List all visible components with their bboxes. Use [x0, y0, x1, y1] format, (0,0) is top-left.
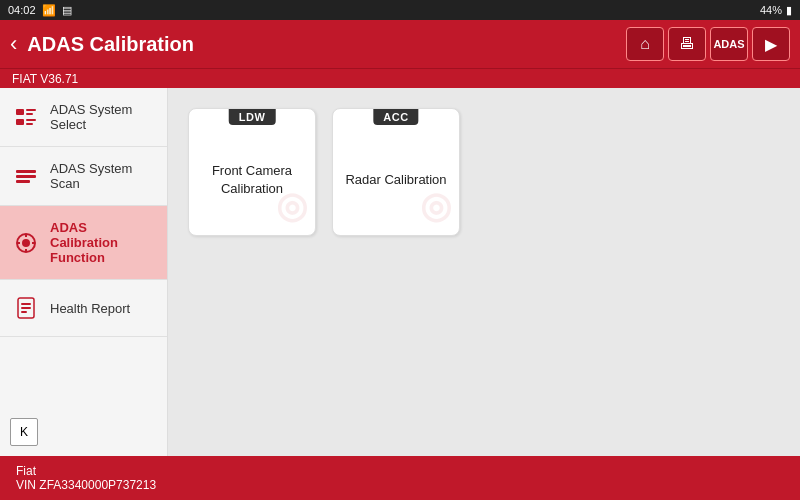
radar-watermark: ◎	[420, 185, 451, 227]
svg-rect-16	[21, 303, 31, 305]
signal-icon: ▤	[62, 4, 72, 17]
svg-rect-18	[21, 311, 27, 313]
svg-rect-8	[16, 180, 30, 183]
status-left: 04:02 📶 ▤	[8, 4, 72, 17]
bottom-bar: Fiat VIN ZFA3340000P737213	[0, 456, 800, 500]
home-button[interactable]: ⌂	[626, 27, 664, 61]
header-icons: ⌂ 🖶 ADAS ▶	[626, 27, 790, 61]
version-label: FIAT V36.71	[12, 72, 78, 86]
sidebar-label-adas-scan: ADAS System Scan	[50, 161, 155, 191]
vehicle-vin: VIN ZFA3340000P737213	[16, 478, 784, 492]
sidebar-label-adas-select: ADAS System Select	[50, 102, 155, 132]
health-report-icon	[12, 294, 40, 322]
print-button[interactable]: 🖶	[668, 27, 706, 61]
collapse-icon: K	[20, 425, 28, 439]
page-title: ADAS Calibration	[27, 33, 616, 56]
svg-rect-7	[16, 175, 36, 178]
sidebar-item-adas-system-select[interactable]: ADAS System Select	[0, 88, 167, 147]
wifi-icon: 📶	[42, 4, 56, 17]
vehicle-make: Fiat	[16, 464, 784, 478]
radar-card[interactable]: ACC Radar Calibration ◎	[332, 108, 460, 236]
content-area: LDW Front Camera Calibration ◎ ACC Radar…	[168, 88, 800, 456]
svg-rect-4	[26, 119, 36, 121]
ldw-badge: LDW	[229, 109, 276, 125]
svg-rect-2	[26, 113, 33, 115]
sidebar-footer: K	[0, 337, 167, 456]
front-camera-watermark: ◎	[276, 185, 307, 227]
front-camera-card[interactable]: LDW Front Camera Calibration ◎	[188, 108, 316, 236]
sidebar-label-adas-calib: ADAS Calibration Function	[50, 220, 155, 265]
svg-rect-6	[16, 170, 36, 173]
collapse-button[interactable]: K	[10, 418, 38, 446]
acc-badge: ACC	[373, 109, 418, 125]
adas-icon: ADAS	[713, 38, 744, 50]
sidebar-item-adas-system-scan[interactable]: ADAS System Scan	[0, 147, 167, 206]
adas-scan-icon	[12, 162, 40, 190]
sidebar: ADAS System Select ADAS System Scan	[0, 88, 168, 456]
main-layout: ADAS System Select ADAS System Scan	[0, 88, 800, 456]
svg-rect-17	[21, 307, 31, 309]
adas-button[interactable]: ADAS	[710, 27, 748, 61]
header: ‹ ADAS Calibration ⌂ 🖶 ADAS ▶	[0, 20, 800, 68]
sidebar-item-adas-calibration[interactable]: ADAS Calibration Function	[0, 206, 167, 280]
time-display: 04:02	[8, 4, 36, 16]
svg-rect-1	[26, 109, 36, 111]
svg-rect-0	[16, 109, 24, 115]
sidebar-label-health: Health Report	[50, 301, 130, 316]
status-right: 44% ▮	[760, 4, 792, 17]
back-button[interactable]: ‹	[10, 31, 17, 57]
home-icon: ⌂	[640, 35, 650, 53]
sub-header: FIAT V36.71	[0, 68, 800, 88]
logout-icon: ▶	[765, 35, 777, 54]
battery-icon: ▮	[786, 4, 792, 17]
logout-button[interactable]: ▶	[752, 27, 790, 61]
battery-display: 44%	[760, 4, 782, 16]
adas-calib-icon	[12, 229, 40, 257]
status-bar: 04:02 📶 ▤ 44% ▮	[0, 0, 800, 20]
svg-point-10	[22, 239, 30, 247]
sidebar-item-health-report[interactable]: Health Report	[0, 280, 167, 337]
svg-rect-3	[16, 119, 24, 125]
svg-rect-5	[26, 123, 33, 125]
print-icon: 🖶	[679, 35, 695, 53]
adas-select-icon	[12, 103, 40, 131]
